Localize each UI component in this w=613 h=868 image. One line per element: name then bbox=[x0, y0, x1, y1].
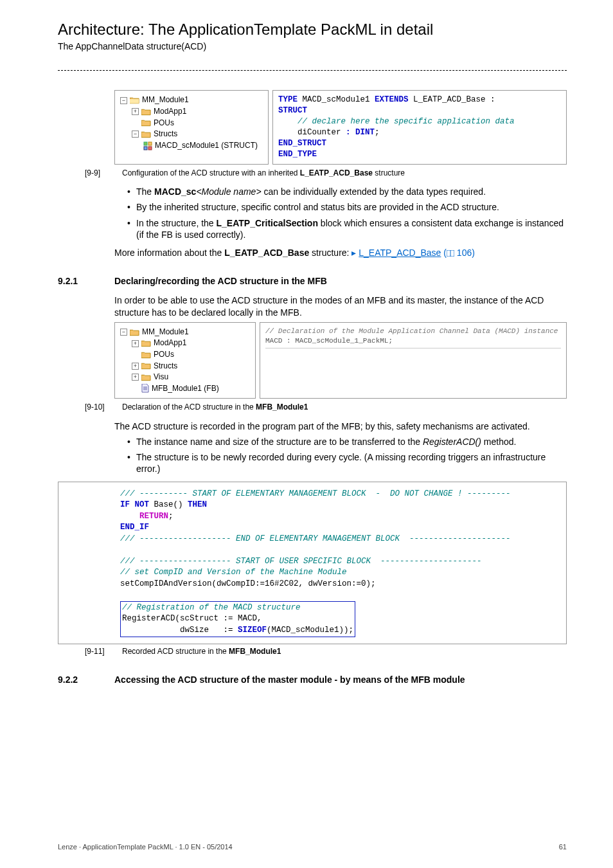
svg-rect-3 bbox=[148, 147, 152, 150]
kw: : bbox=[346, 128, 355, 137]
tree-label: MM_Module1 bbox=[142, 327, 189, 338]
paragraph: In order to be able to use the ACD struc… bbox=[114, 294, 567, 318]
cross-ref-link[interactable]: L_EATP_ACD_Base bbox=[359, 248, 441, 258]
page-icon bbox=[447, 248, 454, 258]
kw: RETURN bbox=[120, 512, 168, 521]
kw: IF bbox=[120, 500, 130, 509]
tree-item: + ModApp1 bbox=[120, 106, 263, 118]
section-number: 9.2.2 bbox=[58, 674, 114, 685]
highlight-box: // Registration of the MACD structure Re… bbox=[120, 601, 355, 638]
tree-label: ModApp1 bbox=[154, 107, 186, 117]
kw: END_TYPE bbox=[278, 150, 317, 159]
tree-leaf: MACD_scModule1 (STRUCT) bbox=[120, 140, 263, 152]
code-text: Base() bbox=[149, 500, 188, 509]
code-text: ; bbox=[375, 128, 380, 137]
tree-label: MACD_scModule1 (STRUCT) bbox=[155, 141, 258, 151]
figure-caption: [9-9] Configuration of the ACD structure… bbox=[58, 168, 567, 179]
folder-icon bbox=[130, 329, 139, 336]
section-title: Declaring/recording the ACD structure in… bbox=[114, 275, 327, 287]
tree-label: Structs bbox=[154, 361, 177, 372]
comment: // Declaration of the Module Application… bbox=[265, 327, 558, 335]
figure-9-11: /// ---------- START OF ELEMENTARY MANAG… bbox=[58, 482, 567, 645]
tree-label: Visu bbox=[154, 372, 168, 383]
tree-item: POUs bbox=[120, 118, 263, 129]
kw: SIZEOF bbox=[238, 626, 267, 635]
folder-icon bbox=[141, 339, 151, 347]
code-text: MACD_scModule1 bbox=[298, 95, 375, 104]
file-icon bbox=[141, 384, 149, 393]
expand-icon: + bbox=[132, 108, 139, 115]
figure-9-9: − MM_Module1 + ModApp1 POUs − Structs MA… bbox=[114, 90, 567, 164]
triangle-icon: ▸ bbox=[351, 248, 356, 258]
collapse-icon: − bbox=[120, 329, 127, 336]
paragraph: More information about the L_EATP_ACD_Ba… bbox=[114, 247, 567, 258]
code-text: L_EATP_ACD_Base : bbox=[409, 95, 495, 104]
comment: // set CompID and Version of the Machine… bbox=[120, 568, 347, 577]
section-heading: 9.2.1 Declaring/recording the ACD struct… bbox=[58, 275, 567, 287]
code-text: setCompIDAndVersion(dwCompID:=16#2C02, d… bbox=[120, 579, 376, 588]
kw: STRUCT bbox=[278, 106, 307, 115]
svg-rect-1 bbox=[148, 142, 152, 145]
code-text: RegisterACD(scStruct := MACD, bbox=[122, 614, 262, 623]
bullet-list: The MACD_sc<Module name> can be individu… bbox=[127, 186, 567, 240]
collapse-icon: − bbox=[132, 131, 139, 138]
page-subtitle: The AppChannelData structure(ACD) bbox=[58, 41, 567, 52]
bullet-list: The instance name and size of the struct… bbox=[127, 436, 567, 475]
struct-icon bbox=[143, 141, 152, 150]
caption-text: Recorded ACD structure in the MFB_Module… bbox=[122, 647, 281, 657]
page-title: Architecture: The ApplicationTemplate Pa… bbox=[58, 19, 567, 39]
list-item: In the structure, the L_EATP_CriticalSec… bbox=[127, 217, 567, 240]
section-number: 9.2.1 bbox=[58, 275, 114, 287]
tree-label: MM_Module1 bbox=[142, 95, 189, 105]
section-heading: 9.2.2 Accessing the ACD structure of the… bbox=[58, 674, 567, 685]
caption-text: Configuration of the ACD structure with … bbox=[122, 168, 405, 179]
tree-item: POUs bbox=[120, 349, 250, 361]
folder-icon bbox=[130, 96, 139, 104]
kw: TYPE bbox=[278, 95, 298, 104]
comment: /// ------------------- START OF USER SP… bbox=[120, 557, 482, 566]
caption-number: [9-10] bbox=[85, 402, 111, 413]
caption-number: [9-9] bbox=[85, 168, 111, 179]
caption-text: Declaration of the ACD structure in the … bbox=[122, 402, 308, 413]
svg-rect-0 bbox=[144, 142, 147, 145]
expand-icon: + bbox=[132, 340, 139, 347]
code-text: diCounter bbox=[278, 128, 346, 137]
code-panel: TYPE MACD_scModule1 EXTENDS L_EATP_ACD_B… bbox=[272, 90, 567, 164]
folder-icon bbox=[141, 374, 151, 381]
kw: DINT bbox=[355, 128, 375, 137]
comment: // declare here the specific application… bbox=[278, 117, 515, 126]
list-item: The structure is to be newly recorded du… bbox=[127, 451, 567, 475]
tree-panel: − MM_Module1 + ModApp1 POUs − Structs MA… bbox=[114, 90, 269, 164]
expand-icon: + bbox=[132, 374, 139, 381]
figure-caption: [9-10] Declaration of the ACD structure … bbox=[58, 402, 567, 413]
svg-rect-2 bbox=[144, 147, 147, 150]
kw: END_STRUCT bbox=[278, 139, 326, 148]
code-text: (MACD_scModule1)); bbox=[267, 626, 353, 635]
tree-root: − MM_Module1 bbox=[120, 327, 250, 338]
code-text: dwSize := bbox=[122, 626, 238, 635]
tree-root: − MM_Module1 bbox=[120, 95, 263, 106]
tree-panel: − MM_Module1 + ModApp1 POUs + Structs + … bbox=[114, 322, 256, 399]
paragraph: The ACD structure is recorded in the pro… bbox=[114, 420, 567, 432]
tree-item: + Structs bbox=[120, 361, 250, 372]
tree-label: POUs bbox=[154, 350, 174, 360]
tree-item: + ModApp1 bbox=[120, 338, 250, 349]
tree-label: POUs bbox=[154, 118, 174, 129]
figure-9-10: − MM_Module1 + ModApp1 POUs + Structs + … bbox=[114, 322, 567, 399]
divider bbox=[58, 70, 567, 71]
code-text bbox=[130, 500, 135, 509]
kw: END_IF bbox=[120, 523, 149, 532]
kw: NOT bbox=[135, 500, 150, 509]
comment: /// ---------- START OF ELEMENTARY MANAG… bbox=[120, 489, 511, 498]
folder-icon bbox=[141, 119, 151, 127]
tree-item: + Visu bbox=[120, 372, 250, 383]
expand-icon: + bbox=[132, 363, 139, 370]
tree-label: MFB_Module1 (FB) bbox=[152, 384, 219, 394]
tree-item: − Structs bbox=[120, 129, 263, 140]
collapse-icon: − bbox=[120, 97, 127, 104]
list-item: The instance name and size of the struct… bbox=[127, 436, 567, 448]
tree-leaf: MFB_Module1 (FB) bbox=[120, 383, 250, 395]
comment: // Registration of the MACD structure bbox=[122, 603, 301, 612]
kw: EXTENDS bbox=[375, 95, 409, 104]
figure-caption: [9-11] Recorded ACD structure in the MFB… bbox=[58, 647, 567, 657]
